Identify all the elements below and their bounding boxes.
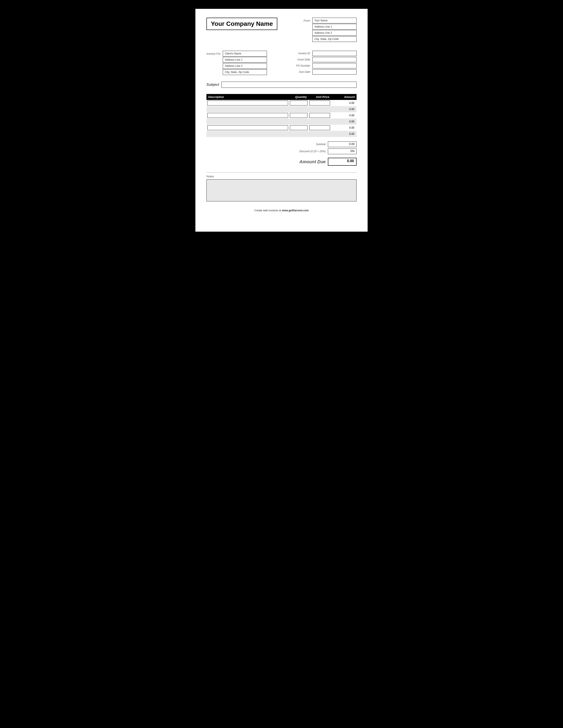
invoice-meta-section: Invoice For Client's Name Address Line 1… — [206, 51, 357, 75]
row-0-unit-price[interactable] — [309, 101, 330, 105]
invoice-for-fields: Client's Name Address Line 1 Address Lin… — [223, 51, 267, 75]
row-4-quantity[interactable] — [290, 125, 308, 130]
row-2-unit-cell — [309, 112, 331, 118]
table-row: 0.00 — [206, 131, 357, 137]
row-4-unit-cell — [309, 125, 331, 131]
notes-label: Notes — [206, 175, 357, 178]
row-3-description[interactable] — [207, 119, 288, 124]
notes-section: Notes — [206, 175, 357, 202]
discount-value[interactable]: 0% — [328, 148, 357, 154]
col-description: Description — [206, 94, 289, 100]
footer-text: Create web invoices at — [254, 209, 282, 212]
row-4-amount: 0.00 — [331, 125, 357, 131]
row-3-qty-cell — [289, 118, 309, 125]
invoice-for-section: Invoice For Client's Name Address Line 1… — [206, 51, 267, 75]
table-row: 0.00 — [206, 125, 357, 131]
invoice-id-row: Invoice ID — [290, 51, 357, 56]
row-5-desc-cell — [206, 131, 289, 137]
due-date-label: Due Date — [290, 70, 310, 73]
invoice-page: Your Company Name From Your Name Address… — [195, 9, 368, 232]
subtotal-label: Subtotal — [290, 143, 326, 146]
from-city[interactable]: City, State, Zip Code — [313, 36, 357, 42]
po-number-label: PO Number — [290, 64, 310, 67]
row-4-desc-cell — [206, 125, 289, 131]
company-name[interactable]: Your Company Name — [206, 18, 277, 30]
row-2-qty-cell — [289, 112, 309, 118]
row-0-qty-cell — [289, 100, 309, 106]
footer-link[interactable]: www.getHarvest.com — [282, 209, 309, 212]
row-2-desc-cell — [206, 112, 289, 118]
amount-due-row: Amount Due 0.00 — [290, 158, 357, 166]
row-3-amount: 0.00 — [331, 118, 357, 125]
subject-field[interactable] — [221, 82, 357, 88]
subtotal-row: Subtotal 0.00 — [290, 141, 357, 147]
row-5-description[interactable] — [207, 131, 288, 136]
row-2-unit-price[interactable] — [309, 113, 330, 118]
row-2-description[interactable] — [207, 113, 288, 118]
row-0-description[interactable] — [207, 101, 288, 105]
row-1-description[interactable] — [207, 107, 288, 112]
discount-label: Discount (0.25 = 25%) — [290, 150, 326, 153]
row-5-amount: 0.00 — [331, 131, 357, 137]
table-row: 0.00 — [206, 106, 357, 112]
table-row: 0.00 — [206, 112, 357, 118]
amount-due-label: Amount Due — [290, 159, 326, 164]
invoice-table: Description Quantity Unit Price Amount 0… — [206, 94, 357, 137]
issue-date-field[interactable] — [313, 57, 357, 62]
row-0-desc-cell — [206, 100, 289, 106]
from-label: From — [304, 19, 310, 22]
row-0-amount: 0.00 — [331, 100, 357, 106]
from-fields: Your Name Address Line 1 Address Line 2 … — [313, 18, 357, 42]
row-2-amount: 0.00 — [331, 112, 357, 118]
invoice-info-section: Invoice ID Issue Date PO Number Due Date — [290, 51, 357, 75]
due-date-row: Due Date — [290, 69, 357, 75]
po-number-field[interactable] — [313, 63, 357, 68]
col-amount: Amount — [331, 94, 357, 100]
row-1-desc-cell — [206, 106, 289, 112]
subject-section: Subject — [206, 82, 357, 88]
row-1-qty-cell — [289, 106, 309, 112]
row-4-unit-price[interactable] — [309, 125, 330, 130]
due-date-field[interactable] — [313, 69, 357, 75]
col-unit-price: Unit Price — [309, 94, 331, 100]
invoice-id-field[interactable] — [313, 51, 357, 56]
row-0-quantity[interactable] — [290, 101, 308, 105]
invoice-for-label: Invoice For — [206, 52, 220, 55]
row-0-unit-cell — [309, 100, 331, 106]
row-4-description[interactable] — [207, 125, 288, 130]
from-section: From Your Name Address Line 1 Address Li… — [304, 18, 357, 42]
table-row: 0.00 — [206, 118, 357, 125]
from-name[interactable]: Your Name — [313, 18, 357, 23]
table-row: 0.00 — [206, 100, 357, 106]
row-5-qty-cell — [289, 131, 309, 137]
row-4-qty-cell — [289, 125, 309, 131]
subtotal-value[interactable]: 0.00 — [328, 141, 357, 147]
row-1-unit-cell — [309, 106, 331, 112]
client-city[interactable]: City, State, Zip Code — [223, 69, 267, 75]
row-5-unit-cell — [309, 131, 331, 137]
issue-date-label: Issue Date — [290, 58, 310, 61]
po-number-row: PO Number — [290, 63, 357, 68]
row-3-unit-cell — [309, 118, 331, 125]
row-1-amount: 0.00 — [331, 106, 357, 112]
issue-date-row: Issue Date — [290, 57, 357, 62]
amount-due-value[interactable]: 0.00 — [328, 158, 357, 166]
section-divider — [206, 172, 357, 173]
notes-field[interactable] — [206, 179, 357, 201]
from-address1[interactable]: Address Line 1 — [313, 24, 357, 30]
discount-row: Discount (0.25 = 25%) 0% — [290, 148, 357, 154]
subject-label: Subject — [206, 83, 219, 87]
client-address1[interactable]: Address Line 1 — [223, 57, 267, 63]
client-address2[interactable]: Address Line 2 — [223, 63, 267, 69]
invoice-id-label: Invoice ID — [290, 52, 310, 55]
row-2-quantity[interactable] — [290, 113, 308, 118]
totals-section: Subtotal 0.00 Discount (0.25 = 25%) 0% A… — [206, 141, 357, 166]
col-quantity: Quantity — [289, 94, 309, 100]
from-address2[interactable]: Address Line 2 — [313, 30, 357, 36]
row-3-desc-cell — [206, 118, 289, 125]
client-name[interactable]: Client's Name — [223, 51, 267, 56]
header-section: Your Company Name From Your Name Address… — [206, 18, 357, 42]
footer: Create web invoices at www.getHarvest.co… — [206, 209, 357, 212]
